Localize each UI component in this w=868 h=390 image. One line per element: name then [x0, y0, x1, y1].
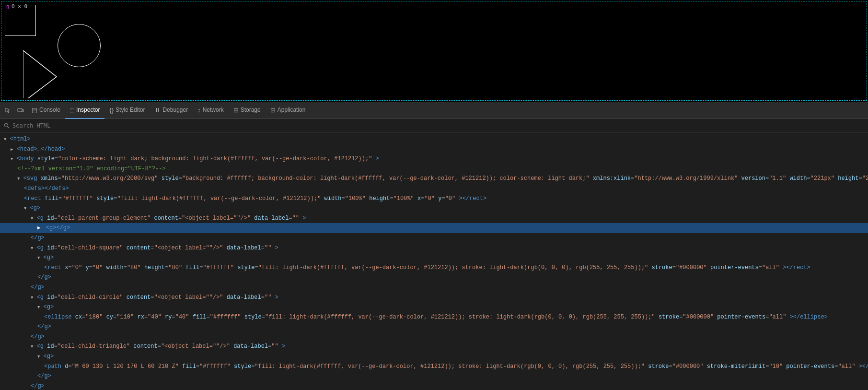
- debugger-icon: ⏸: [154, 106, 161, 114]
- tag-text: <rect fill="#ffffff" style="fill: light-…: [24, 195, 486, 202]
- shape-circle: [58, 24, 101, 67]
- arrow-icon: ▼: [31, 344, 33, 349]
- tree-line[interactable]: ▼ <g>: [0, 203, 868, 213]
- arrow-icon: ▼: [4, 137, 6, 142]
- tree-line[interactable]: ▼ <g>: [0, 352, 868, 362]
- tab-application[interactable]: ⊟ Application: [266, 102, 311, 119]
- arrow-icon: ▼: [31, 295, 33, 300]
- tree-line[interactable]: ▼ <g id="cell-child-circle" content="<ob…: [0, 293, 868, 303]
- tree-line[interactable]: <path d="M 60 130 L 120 170 L 60 210 Z" …: [0, 362, 868, 372]
- tag-text: </g>: [37, 373, 51, 379]
- tab-storage[interactable]: ⊞ Storage: [229, 102, 266, 119]
- tree-line[interactable]: ▼ <g>: [0, 302, 868, 312]
- tag-text: <g>: [30, 205, 41, 212]
- tag-text: </g>: [37, 274, 51, 281]
- arrow-icon: ▼: [17, 177, 20, 181]
- shape-dims-label: 0 × 0: [12, 3, 27, 10]
- tab-style-editor[interactable]: {} Style Editor: [104, 102, 150, 119]
- arrow-icon: ▼: [24, 206, 26, 211]
- svg-marker-0: [23, 50, 57, 98]
- tag-text: </g>: [31, 235, 45, 241]
- tree-line[interactable]: ▼ <g id="cell-child-square" content="<ob…: [0, 243, 868, 253]
- tag-text: <svg xmlns="http://www.w3.org/2000/svg" …: [23, 175, 868, 182]
- tree-line[interactable]: <ellipse cx="180" cy="110" rx="40" ry="4…: [0, 312, 868, 322]
- tag-text: <g></g>: [46, 225, 70, 231]
- html-tree: ▼ <html> ▶ <head>…</head> ▼ <body style=…: [0, 132, 868, 390]
- tree-line[interactable]: </g>: [0, 233, 868, 243]
- tree-line[interactable]: ▶ <head>…</head>: [0, 144, 868, 154]
- tree-line[interactable]: ▼ <svg xmlns="http://www.w3.org/2000/svg…: [0, 174, 868, 184]
- comment-text: <!--?xml version="1.0" encoding="UTF-8"?…: [17, 165, 166, 172]
- tag-text: <html>: [10, 136, 31, 142]
- arrow-icon: ▼: [11, 157, 13, 162]
- tree-line[interactable]: <rect fill="#ffffff" style="fill: light-…: [0, 194, 868, 204]
- tag-text: <path d="M 60 130 L 120 170 L 60 210 Z" …: [44, 363, 868, 370]
- tree-line[interactable]: </g>: [0, 381, 868, 390]
- tag-text: <g id="cell-child-circle" content="<obje…: [37, 294, 278, 301]
- console-icon: ▤: [32, 106, 37, 114]
- inspector-icon: ⬚: [70, 107, 74, 113]
- tree-line[interactable]: ▶ <g></g>: [0, 223, 868, 233]
- tab-debugger[interactable]: ⏸ Debugger: [150, 102, 193, 119]
- tag-text: <g id="cell-child-square" content="<obje…: [37, 245, 278, 251]
- tag-text: </g>: [31, 333, 45, 340]
- tag-text: <ellipse cx="180" cy="110" rx="40" ry="4…: [44, 314, 828, 320]
- tab-inspector[interactable]: ⬚ Inspector: [65, 102, 104, 119]
- preview-area: g 0 × 0: [0, 0, 868, 102]
- tag-text: </g>: [31, 284, 45, 291]
- shape-triangle: [23, 50, 61, 98]
- arrow-icon: ▼: [37, 256, 40, 260]
- tree-line[interactable]: <!--?xml version="1.0" encoding="UTF-8"?…: [0, 164, 868, 174]
- tree-line[interactable]: <rect x="0" y="0" width="80" height="80"…: [0, 263, 868, 273]
- tag-text: <head>…</head>: [17, 146, 65, 153]
- tree-line[interactable]: </g>: [0, 322, 868, 332]
- tree-line[interactable]: ▼ <g>: [0, 253, 868, 263]
- tag-text: <g id="cell-child-triangle" content="<ob…: [37, 343, 286, 350]
- application-icon: ⊟: [270, 106, 276, 114]
- tree-line[interactable]: ▼ <g id="cell-child-triangle" content="<…: [0, 342, 868, 352]
- style-editor-icon: {}: [109, 106, 114, 114]
- pick-element-button[interactable]: [2, 105, 14, 116]
- tree-line[interactable]: ▼ <html>: [0, 134, 868, 144]
- tree-line[interactable]: </g>: [0, 371, 868, 381]
- arrow-icon: ▼: [37, 305, 40, 310]
- devtools-toolbar: ▤ Console ⬚ Inspector {} Style Editor ⏸ …: [0, 102, 868, 119]
- tag-text: <rect x="0" y="0" width="80" height="80"…: [44, 264, 810, 271]
- storage-icon: ⊞: [233, 106, 239, 114]
- tag-text: <g>: [44, 304, 54, 310]
- tab-console[interactable]: ▤ Console: [27, 102, 65, 119]
- svg-line-4: [8, 126, 9, 128]
- tag-text: <g>: [44, 353, 54, 360]
- svg-rect-1: [18, 108, 22, 112]
- tag-text: <body style="color-scheme: light dark; b…: [17, 155, 379, 162]
- tree-line[interactable]: <defs></defs>: [0, 184, 868, 194]
- tag-text: <g id="cell-parent-group-element" conten…: [37, 215, 306, 222]
- tree-line[interactable]: </g>: [0, 272, 868, 283]
- tree-line[interactable]: ▼ <g id="cell-parent-group-element" cont…: [0, 213, 868, 224]
- tree-line[interactable]: </g>: [0, 332, 868, 342]
- shape-label-g: g: [6, 3, 10, 10]
- network-icon: ↕: [197, 106, 201, 114]
- search-input[interactable]: [12, 122, 156, 129]
- tab-network[interactable]: ↕ Network: [193, 102, 229, 119]
- responsive-design-button[interactable]: [14, 105, 27, 116]
- arrow-icon: ▼: [37, 355, 40, 359]
- cursor-arrow: ▶: [37, 225, 41, 231]
- arrow-icon: ▼: [31, 246, 33, 251]
- svg-point-3: [5, 123, 8, 127]
- tag-text: </g>: [37, 323, 51, 330]
- svg-rect-2: [22, 109, 23, 112]
- tree-line[interactable]: </g>: [0, 283, 868, 293]
- tag-text: <defs></defs>: [24, 185, 69, 192]
- tag-text: </g>: [31, 383, 45, 390]
- arrow-icon: ▶: [11, 147, 13, 152]
- search-bar: [0, 119, 868, 132]
- arrow-icon: ▼: [31, 216, 33, 221]
- search-icon: [4, 123, 10, 129]
- tree-line[interactable]: ▼ <body style="color-scheme: light dark;…: [0, 154, 868, 164]
- tag-text: <g>: [44, 254, 54, 261]
